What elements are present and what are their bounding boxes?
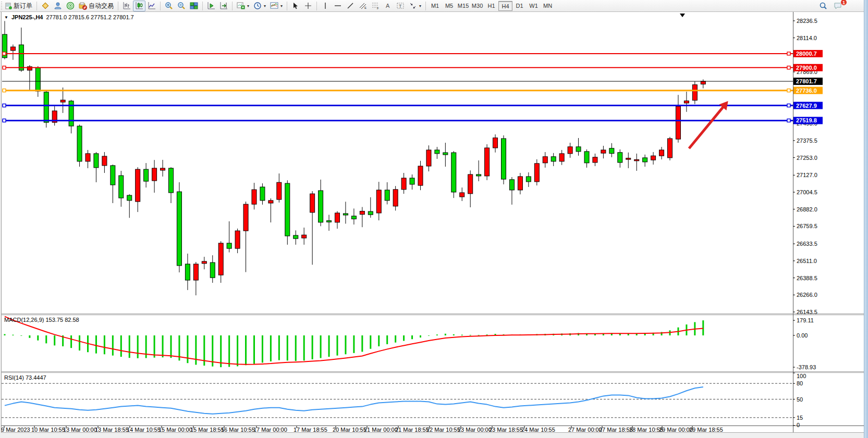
signals-button[interactable] (64, 1, 77, 11)
svg-text:0: 0 (797, 422, 800, 428)
timeframe-d1[interactable]: D1 (512, 1, 527, 11)
svg-text:26633.5: 26633.5 (797, 241, 817, 247)
template-dropdown[interactable]: ▾ (268, 1, 285, 11)
line-chart-button[interactable] (145, 1, 158, 11)
svg-text:15 Mar 00:00: 15 Mar 00:00 (158, 427, 192, 433)
svg-text:27 Mar 00:00: 27 Mar 00:00 (568, 427, 602, 433)
horizontal-line-icon (334, 2, 342, 10)
svg-text:29 Mar 00:00: 29 Mar 00:00 (659, 427, 693, 433)
fibonacci-button[interactable]: F (369, 1, 382, 11)
text-icon: A (384, 2, 392, 10)
svg-text:T: T (399, 4, 402, 9)
crosshair-button[interactable] (302, 1, 314, 11)
notifications-button[interactable]: 1 (832, 1, 844, 11)
chart-window: 28236.528114.027869.027498.027375.527253… (0, 12, 868, 438)
svg-text:F: F (377, 7, 379, 10)
svg-text:27375.5: 27375.5 (797, 137, 817, 144)
profile-button[interactable] (52, 1, 64, 11)
search-icon (819, 2, 827, 10)
vertical-line-button[interactable] (319, 1, 332, 11)
separator (287, 2, 287, 10)
window-right-edge (864, 0, 868, 438)
chart-canvas[interactable]: 28236.528114.027869.027498.027375.527253… (0, 12, 868, 438)
timeframe-h4[interactable]: H4 (498, 1, 512, 11)
separator (118, 2, 118, 10)
tile-windows-button[interactable] (188, 1, 200, 11)
horizontal-line-button[interactable] (332, 1, 344, 11)
search-button[interactable] (817, 1, 829, 11)
separator (160, 2, 161, 10)
text-label-button[interactable]: T (394, 1, 407, 11)
channel-button[interactable]: E (357, 1, 369, 11)
period-dropdown[interactable]: ▾ (251, 1, 268, 11)
svg-text:21 Mar 00:00: 21 Mar 00:00 (364, 427, 398, 433)
svg-text:13 Mar 18:55: 13 Mar 18:55 (95, 427, 129, 433)
svg-text:26511.0: 26511.0 (797, 258, 817, 264)
bar-chart-button[interactable] (120, 1, 133, 11)
new-chart-dropdown[interactable]: ▾ (235, 1, 251, 11)
svg-text:26266.0: 26266.0 (797, 292, 817, 298)
timeframe-m15[interactable]: M15 (456, 1, 470, 11)
svg-text:26388.5: 26388.5 (797, 275, 817, 281)
arrows-dropdown[interactable]: ▾ (407, 1, 423, 11)
svg-text:29 Mar 18:55: 29 Mar 18:55 (689, 427, 723, 433)
svg-text:22 Mar 10:55: 22 Mar 10:55 (426, 427, 460, 433)
trendline-icon (346, 2, 354, 10)
auto-scroll-button[interactable] (205, 1, 217, 11)
svg-text:27004.5: 27004.5 (797, 189, 817, 195)
trendline-button[interactable] (344, 1, 357, 11)
sonar-icon (66, 2, 75, 10)
cursor-arrow-icon (291, 2, 300, 10)
svg-text:9 Mar 2023: 9 Mar 2023 (1, 427, 30, 433)
caret-down-icon: ▾ (264, 4, 266, 8)
new-order-button[interactable]: 新订单 (3, 1, 34, 11)
svg-text:28 Mar 10:55: 28 Mar 10:55 (629, 427, 663, 433)
svg-text:13 Mar 00:00: 13 Mar 00:00 (63, 427, 97, 433)
main-toolbar: 新订单 自动交易 (0, 0, 868, 12)
zoom-in-button[interactable] (163, 1, 175, 11)
caret-down-icon: ▾ (419, 4, 421, 8)
svg-text:24 Mar 10:55: 24 Mar 10:55 (521, 427, 555, 433)
chart-shift-button[interactable] (217, 1, 230, 11)
mt4-terminal: { "toolbar": { "new_order_label": "新订单",… (0, 0, 868, 438)
svg-text:17 Mar 00:00: 17 Mar 00:00 (253, 427, 287, 433)
separator (202, 2, 203, 10)
svg-text:15 Mar 18:55: 15 Mar 18:55 (190, 427, 224, 433)
svg-text:10 Mar 10:55: 10 Mar 10:55 (31, 427, 65, 433)
timeframe-m30[interactable]: M30 (470, 1, 484, 11)
svg-text:26759.5: 26759.5 (797, 223, 817, 229)
timeframe-m5[interactable]: M5 (442, 1, 456, 11)
toolbar-grip (1, 2, 2, 10)
separator (36, 2, 37, 10)
svg-text:80: 80 (797, 380, 803, 386)
timeframe-h1[interactable]: H1 (484, 1, 498, 11)
svg-text:23 Mar 00:00: 23 Mar 00:00 (458, 427, 492, 433)
timeframe-w1[interactable]: W1 (527, 1, 541, 11)
svg-text:27 Mar 18:55: 27 Mar 18:55 (599, 427, 633, 433)
zoom-out-button[interactable] (175, 1, 188, 11)
separator (232, 2, 233, 10)
svg-text:27736.0: 27736.0 (796, 87, 817, 94)
svg-text:27253.0: 27253.0 (797, 155, 817, 161)
svg-text:0.00: 0.00 (797, 332, 808, 339)
vertical-line-icon (321, 2, 329, 10)
svg-text:27900.0: 27900.0 (796, 65, 817, 71)
timeframe-mn[interactable]: MN (541, 1, 555, 11)
notification-badge: 1 (840, 0, 847, 6)
svg-text:17 Mar 18:55: 17 Mar 18:55 (294, 427, 327, 433)
text-button[interactable]: A (382, 1, 394, 11)
timeframe-m1[interactable]: M1 (428, 1, 442, 11)
tile-windows-icon (190, 2, 198, 10)
text-label-icon: T (396, 2, 405, 10)
cursor-button[interactable] (289, 1, 302, 11)
auto-scroll-icon (207, 2, 215, 10)
bar-chart-icon (123, 2, 131, 10)
svg-text:23 Mar 18:55: 23 Mar 18:55 (489, 427, 523, 433)
crosshair-icon (304, 2, 312, 10)
svg-text:28236.5: 28236.5 (797, 18, 817, 24)
auto-trading-button[interactable]: 自动交易 (77, 1, 116, 11)
line-chart-icon (148, 2, 156, 10)
svg-text:179.11: 179.11 (797, 317, 814, 323)
market-watch-button[interactable] (39, 1, 52, 11)
candle-chart-button[interactable] (133, 1, 145, 11)
